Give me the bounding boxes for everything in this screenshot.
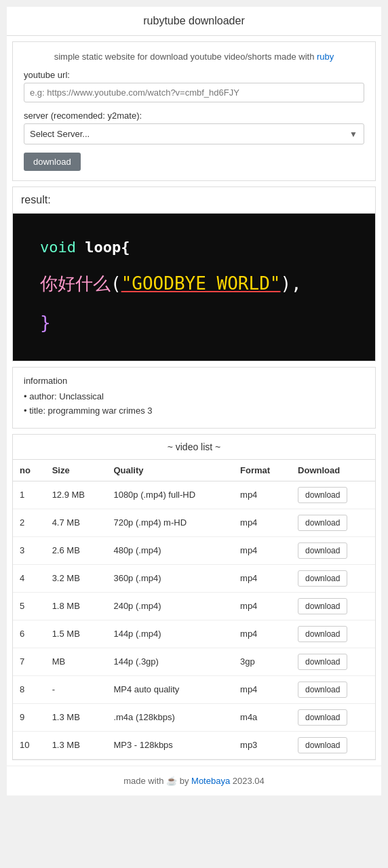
cell-no: 10 <box>13 731 45 759</box>
row-download-button[interactable]: download <box>298 598 347 614</box>
cell-no: 3 <box>13 536 45 564</box>
row-download-button[interactable]: download <box>298 682 347 698</box>
row-download-button[interactable]: download <box>298 542 347 559</box>
download-button[interactable]: download <box>24 153 81 171</box>
result-title: result: <box>13 187 375 214</box>
ruby-link[interactable]: ruby <box>317 52 334 62</box>
youtube-url-input[interactable] <box>24 83 364 102</box>
row-download-button[interactable]: download <box>298 626 347 642</box>
info-item: • author: Unclassical <box>24 391 364 401</box>
server-label: server (recomended: y2mate): <box>24 111 364 121</box>
cell-format: mp4 <box>233 675 291 703</box>
footer-year-val: 2023.04 <box>233 776 265 786</box>
row-download-button[interactable]: download <box>298 709 347 726</box>
row-download-button[interactable]: download <box>298 654 347 670</box>
col-no: no <box>13 460 45 481</box>
cell-size: - <box>45 675 107 703</box>
info-title: information <box>24 376 364 386</box>
cell-size: 3.2 MB <box>45 564 107 592</box>
cell-download: download <box>291 620 375 648</box>
cell-format: mp4 <box>233 481 291 509</box>
cell-size: 1.3 MB <box>45 703 107 731</box>
code-line-1: void loop{ <box>40 234 348 261</box>
cell-format: mp4 <box>233 592 291 620</box>
cell-download: download <box>291 592 375 620</box>
cell-format: mp4 <box>233 564 291 592</box>
code-end: ), <box>280 273 301 294</box>
cell-quality: .m4a (128kbps) <box>106 703 233 731</box>
cell-size: 1.5 MB <box>45 620 107 648</box>
table-row: 8-MP4 auto qualitymp4download <box>13 675 375 703</box>
code-line-3: } <box>40 306 348 340</box>
cell-quality: 144p (.mp4) <box>106 620 233 648</box>
cell-no: 5 <box>13 592 45 620</box>
cell-size: 12.9 MB <box>45 481 107 509</box>
table-row: 32.6 MB480p (.mp4)mp4download <box>13 536 375 564</box>
table-row: 24.7 MB720p (.mp4) m-HDmp4download <box>13 509 375 536</box>
cell-size: MB <box>45 648 107 675</box>
cell-download: download <box>291 564 375 592</box>
cell-quality: 1080p (.mp4) full-HD <box>106 481 233 509</box>
code-bracket: } <box>40 313 51 333</box>
row-download-button[interactable]: download <box>298 737 347 753</box>
cell-format: mp4 <box>233 620 291 648</box>
code-paren: ( <box>111 273 121 294</box>
col-format: Format <box>233 460 291 481</box>
table-row: 91.3 MB.m4a (128kbps)m4adownload <box>13 703 375 731</box>
table-row: 101.3 MBMP3 - 128kbpsmp3download <box>13 731 375 759</box>
info-section: information • author: Unclassical• title… <box>12 367 376 429</box>
row-download-button[interactable]: download <box>298 570 347 587</box>
form-section: simple static website for download youtu… <box>12 41 376 181</box>
col-size: Size <box>45 460 107 481</box>
cell-no: 2 <box>13 509 45 536</box>
video-list-section: ~ video list ~ no Size Quality Format Do… <box>12 434 376 760</box>
footer: made with ☕ by Motebaya 2023.04 <box>7 766 381 795</box>
table-header-row: no Size Quality Format Download <box>13 460 375 481</box>
table-row: 7MB144p (.3gp)3gpdownload <box>13 648 375 675</box>
code-void: void <box>40 239 76 256</box>
col-quality: Quality <box>106 460 233 481</box>
cell-format: mp4 <box>233 509 291 536</box>
cell-download: download <box>291 536 375 564</box>
table-body: 112.9 MB1080p (.mp4) full-HDmp4download2… <box>13 481 375 759</box>
result-section: result: void loop{ 你好什么("GOODBYE WORLD")… <box>12 186 376 361</box>
info-item: • title: programming war crimes 3 <box>24 406 364 416</box>
cell-download: download <box>291 703 375 731</box>
cell-download: download <box>291 675 375 703</box>
cell-download: download <box>291 481 375 509</box>
server-select-wrapper: Select Server... y2mate other ▼ <box>24 123 364 144</box>
cell-no: 1 <box>13 481 45 509</box>
cell-download: download <box>291 509 375 536</box>
row-download-button[interactable]: download <box>298 515 347 531</box>
info-items: • author: Unclassical• title: programmin… <box>24 391 364 416</box>
cell-quality: 144p (.3gp) <box>106 648 233 675</box>
footer-text: made with ☕ by <box>123 776 191 786</box>
table-row: 51.8 MB240p (.mp4)mp4download <box>13 592 375 620</box>
table-row: 61.5 MB144p (.mp4)mp4download <box>13 620 375 648</box>
video-list-title: ~ video list ~ <box>13 435 375 460</box>
cell-quality: 240p (.mp4) <box>106 592 233 620</box>
code-loop: loop{ <box>85 239 130 256</box>
cell-no: 7 <box>13 648 45 675</box>
cell-no: 8 <box>13 675 45 703</box>
cell-quality: MP3 - 128kbps <box>106 731 233 759</box>
col-download: Download <box>291 460 375 481</box>
cell-no: 6 <box>13 620 45 648</box>
code-string: "GOODBYE WORLD" <box>121 273 281 294</box>
cell-size: 4.7 MB <box>45 509 107 536</box>
cell-download: download <box>291 648 375 675</box>
motebaya-link[interactable]: Motebaya <box>191 776 230 786</box>
app-title: rubytube downloader <box>143 15 244 26</box>
server-select[interactable]: Select Server... y2mate other <box>24 123 364 144</box>
cell-size: 1.8 MB <box>45 592 107 620</box>
cell-quality: MP4 auto quality <box>106 675 233 703</box>
table-row: 43.2 MB360p (.mp4)mp4download <box>13 564 375 592</box>
row-download-button[interactable]: download <box>298 487 347 503</box>
cell-no: 9 <box>13 703 45 731</box>
cell-no: 4 <box>13 564 45 592</box>
app-container: rubytube downloader simple static websit… <box>7 7 381 795</box>
cell-format: m4a <box>233 703 291 731</box>
url-label: youtube url: <box>24 70 364 80</box>
cell-quality: 480p (.mp4) <box>106 536 233 564</box>
cell-format: 3gp <box>233 648 291 675</box>
